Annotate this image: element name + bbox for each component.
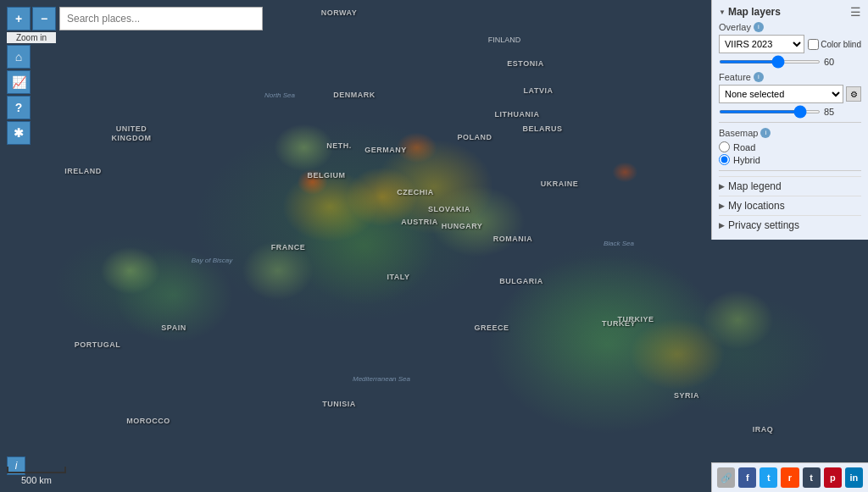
help-button[interactable]: ?: [7, 96, 31, 119]
scale-bar: 500 km: [7, 467, 66, 485]
panel-title: ▼ Map layers: [719, 6, 781, 18]
my-locations-row[interactable]: ▶ My locations: [719, 196, 861, 215]
color-blind-checkbox[interactable]: [808, 39, 819, 50]
zoom-in-button[interactable]: +: [7, 7, 31, 30]
panel-menu-icon[interactable]: ☰: [850, 5, 861, 19]
basemap-road-radio[interactable]: [719, 141, 730, 152]
map-legend-label: Map legend: [728, 180, 782, 192]
basemap-label: Basemap i: [719, 128, 861, 138]
privacy-arrow-icon: ▶: [719, 221, 725, 229]
basemap-road-label: Road: [733, 142, 755, 152]
share-pinterest-button[interactable]: p: [824, 467, 842, 488]
map-legend-arrow-icon: ▶: [719, 182, 725, 191]
overlay-opacity-value: 60: [824, 57, 834, 67]
overlay-opacity-slider[interactable]: [719, 60, 821, 64]
search-input[interactable]: [59, 7, 263, 30]
feature-gear-button[interactable]: ⚙: [846, 86, 861, 102]
basemap-hybrid-label: Hybrid: [733, 155, 760, 165]
overlay-select[interactable]: VIIRS 2023: [719, 35, 804, 53]
share-tumblr-button[interactable]: t: [803, 467, 821, 488]
my-locations-arrow-icon: ▶: [719, 202, 725, 210]
color-blind-label: Color blind: [808, 39, 861, 50]
zoom-label: Zoom in: [7, 32, 56, 43]
panel-triangle-icon: ▼: [719, 8, 726, 16]
search-bar: [59, 7, 263, 30]
basemap-info-icon[interactable]: i: [760, 128, 771, 138]
feature-opacity-value: 85: [824, 107, 834, 117]
scale-text: 500 km: [7, 475, 66, 485]
settings-button[interactable]: ✱: [7, 121, 31, 145]
scale-indicator: [7, 467, 66, 473]
feature-label: Feature i: [719, 72, 861, 82]
share-link-button[interactable]: 🔗: [717, 467, 735, 488]
feature-select[interactable]: None selected: [719, 85, 843, 103]
share-reddit-button[interactable]: r: [781, 467, 798, 488]
overlay-label: Overlay i: [719, 22, 861, 32]
share-linkedin-button[interactable]: in: [845, 467, 863, 488]
toolbar: + − Zoom in ⌂ 📈 ? ✱: [7, 7, 56, 145]
home-button[interactable]: ⌂: [7, 45, 31, 69]
my-locations-label: My locations: [728, 200, 785, 212]
basemap-hybrid-row: Hybrid: [719, 154, 861, 165]
map-legend-row[interactable]: ▶ Map legend: [719, 176, 861, 196]
overlay-info-icon[interactable]: i: [754, 22, 764, 32]
feature-opacity-slider[interactable]: [719, 110, 821, 113]
feature-info-icon[interactable]: i: [754, 72, 764, 82]
basemap-road-row: Road: [719, 141, 861, 152]
share-facebook-button[interactable]: f: [738, 467, 756, 488]
privacy-settings-row[interactable]: ▶ Privacy settings: [719, 215, 861, 235]
privacy-settings-label: Privacy settings: [728, 219, 799, 231]
basemap-hybrid-radio[interactable]: [719, 154, 730, 165]
share-bar: 🔗 f t r t p in: [711, 462, 868, 492]
chart-button[interactable]: 📈: [7, 70, 31, 94]
share-twitter-button[interactable]: t: [760, 467, 777, 488]
right-panel: ▼ Map layers ☰ Overlay i VIIRS 2023 Colo…: [711, 0, 868, 240]
zoom-out-button[interactable]: −: [32, 7, 56, 30]
map-container[interactable]: + − Zoom in ⌂ 📈 ? ✱ ▼ Map layers ☰ Overl…: [0, 0, 868, 492]
